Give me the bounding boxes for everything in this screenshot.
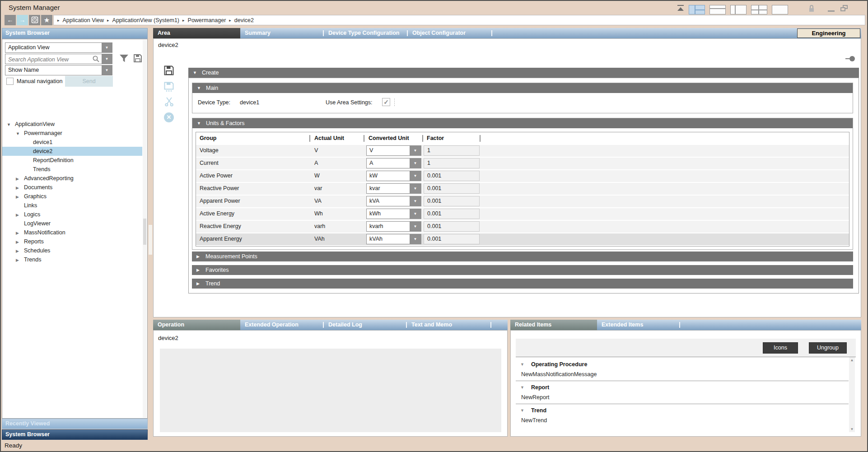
dropdown-button[interactable]: ▼ [410, 234, 421, 244]
tree-scrollbar[interactable] [143, 40, 147, 418]
delete-button[interactable]: ✕ [163, 112, 175, 124]
tree-item-device2[interactable]: device2 [2, 147, 142, 156]
converted-unit-combo[interactable]: kVAh▼ [366, 234, 421, 244]
tab-related-items[interactable]: Related Items [510, 320, 597, 330]
units-factors-header[interactable]: ▼ Units & Factors [192, 118, 853, 128]
system-browser-bar[interactable]: System Browser [2, 429, 148, 440]
dropdown-button[interactable]: ▼ [102, 43, 112, 52]
tree-item-massnotification[interactable]: ▶MassNotification [2, 228, 142, 237]
forward-button[interactable]: → [17, 15, 28, 25]
tree-item-reportdefinition[interactable]: ReportDefinition [2, 156, 142, 165]
engineering-mode-button[interactable]: Engineering [797, 28, 860, 38]
manual-navigation-checkbox[interactable] [6, 78, 14, 85]
units-row-active-energy[interactable]: Active EnergyWhkWh▼0.001 [196, 208, 849, 220]
minimize-button[interactable] [828, 10, 835, 12]
tree-item-trends[interactable]: Trends [2, 165, 142, 174]
tab-detailed-log[interactable]: Detailed Log [324, 320, 406, 330]
search-icon[interactable] [92, 55, 100, 65]
tab-device-type-configuration[interactable]: Device Type Configuration [324, 28, 407, 38]
tree-item-applicationview[interactable]: ▼ApplicationView [2, 120, 142, 129]
dropdown-button[interactable]: ▼ [410, 158, 421, 168]
factor-input[interactable]: 1 [424, 145, 480, 156]
section-header-favorites[interactable]: ▶Favorites [192, 265, 853, 275]
dropdown-button[interactable]: ▼ [410, 196, 421, 206]
cut-button[interactable] [163, 97, 175, 108]
converted-unit-combo[interactable]: kWh▼ [366, 209, 421, 219]
tree-item-device1[interactable]: device1 [2, 138, 142, 147]
factor-input[interactable]: 0.001 [424, 209, 480, 219]
tree-item-reports[interactable]: ▶Reports [2, 237, 142, 246]
expanded-icon[interactable]: ▼ [7, 120, 15, 129]
collapsed-icon[interactable]: ▶ [16, 238, 24, 247]
tree-item-logics[interactable]: ▶Logics [2, 210, 142, 219]
layout-quad-button[interactable] [751, 5, 767, 14]
dropdown-button[interactable]: ▼ [410, 171, 421, 181]
converted-unit-combo[interactable]: A▼ [366, 158, 421, 168]
ungroup-button[interactable]: Ungroup [809, 342, 847, 354]
section-header-measurement-points[interactable]: ▶Measurement Points [192, 252, 853, 261]
column-separator[interactable] [364, 135, 364, 142]
factor-input[interactable]: 0.001 [424, 171, 480, 181]
column-separator[interactable] [480, 135, 481, 142]
related-group-trend[interactable]: ▼Trend [516, 405, 849, 415]
save-search-icon[interactable] [133, 54, 142, 65]
related-group-report[interactable]: ▼Report [516, 382, 849, 392]
back-button[interactable]: ← [5, 15, 16, 25]
icons-button[interactable]: Icons [763, 342, 798, 354]
filter-icon[interactable] [119, 54, 129, 65]
related-item-newtrend[interactable]: NewTrend [516, 415, 849, 426]
collapsed-icon[interactable]: ▶ [16, 247, 24, 256]
related-scrollbar[interactable]: ▲ ▼ [849, 357, 855, 432]
save-as-button[interactable] [163, 81, 175, 93]
related-item-newmassnotificationmessage[interactable]: NewMassNotificationMessage [516, 369, 849, 380]
history-button[interactable] [29, 15, 40, 25]
scroll-down-icon[interactable]: ▼ [849, 427, 855, 431]
converted-unit-combo[interactable]: kvar▼ [366, 183, 421, 194]
favorites-button[interactable]: ★ [41, 15, 52, 25]
search-input[interactable] [5, 54, 82, 65]
dropdown-button[interactable]: ▼ [410, 146, 421, 155]
tree-item-trends[interactable]: ▶Trends [2, 255, 142, 264]
search-field[interactable]: ▼ [5, 54, 112, 64]
view-selector-dropdown[interactable]: Application View ▼ [5, 42, 112, 53]
tree-item-schedules[interactable]: ▶Schedules [2, 246, 142, 255]
tab-text-and-memo[interactable]: Text and Memo [407, 320, 490, 330]
dropdown-button[interactable]: ▼ [102, 65, 112, 75]
dropdown-button[interactable]: ▼ [410, 222, 421, 231]
vertical-splitter[interactable] [149, 225, 152, 255]
factor-input[interactable]: 0.001 [424, 234, 480, 244]
layout-four-pane-button[interactable] [689, 5, 705, 14]
tree-item-documents[interactable]: ▶Documents [2, 183, 142, 192]
factor-input[interactable]: 1 [424, 158, 480, 168]
related-item-newreport[interactable]: NewReport [516, 392, 849, 403]
units-row-apparent-power[interactable]: Apparent PowerVAkVA▼0.001 [196, 196, 849, 207]
save-button[interactable] [163, 65, 175, 77]
tree-item-graphics[interactable]: ▶Graphics [2, 192, 142, 201]
tab-extended-operation[interactable]: Extended Operation [240, 320, 323, 330]
collapsed-icon[interactable]: ▶ [16, 228, 24, 238]
units-row-active-power[interactable]: Active PowerWkW▼0.001 [196, 170, 849, 182]
collapsed-icon[interactable]: ▶ [16, 192, 24, 201]
factor-input[interactable]: 0.001 [424, 196, 480, 206]
main-section-header[interactable]: ▼ Main [192, 83, 853, 93]
tab-extended-items[interactable]: Extended Items [597, 320, 679, 330]
section-header-trend[interactable]: ▶Trend [192, 279, 853, 289]
layout-top-split-button[interactable] [709, 5, 726, 14]
tab-operation[interactable]: Operation [153, 320, 240, 330]
display-mode-dropdown[interactable]: Show Name ▼ [5, 65, 112, 75]
use-area-settings-checkbox[interactable]: ✓ [382, 98, 390, 106]
column-separator[interactable] [422, 135, 423, 142]
send-button[interactable]: Send [65, 76, 113, 87]
dropdown-button[interactable]: ▼ [410, 184, 421, 193]
breadcrumb-item-applicationview-system1-[interactable]: ApplicationView (System1) [112, 17, 179, 23]
scroll-up-icon[interactable]: ▲ [849, 358, 855, 362]
breadcrumb-item-powermanager[interactable]: Powermanager [188, 17, 226, 23]
layout-single-pane-button[interactable] [772, 5, 788, 14]
tree-item-advancedreporting[interactable]: ▶AdvancedReporting [2, 174, 142, 183]
scrollbar-thumb[interactable] [143, 219, 146, 245]
units-row-reactive-power[interactable]: Reactive Powervarkvar▼0.001 [196, 183, 849, 195]
factor-input[interactable]: 0.001 [424, 221, 480, 232]
create-section-header[interactable]: ▼ Create [188, 68, 859, 78]
factor-input[interactable]: 0.001 [424, 183, 480, 194]
restore-button[interactable] [840, 5, 849, 12]
